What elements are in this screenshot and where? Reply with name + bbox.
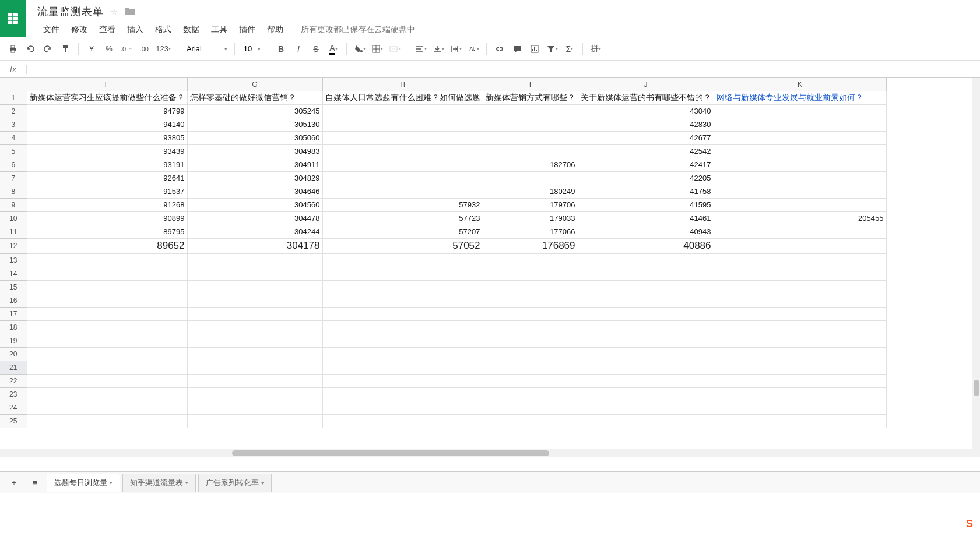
cell-H14[interactable] [322,267,483,280]
cell-H17[interactable] [322,307,483,320]
cell-F18[interactable] [27,320,187,334]
menu-data[interactable]: 数据 [177,22,205,37]
cell-K3[interactable] [714,118,886,131]
row-header-7[interactable]: 7 [0,171,27,185]
text-color-button[interactable]: A [325,41,342,57]
strikethrough-button[interactable]: S [308,41,324,57]
cell-F11[interactable]: 89795 [27,225,187,238]
row-header-11[interactable]: 11 [0,225,27,238]
row-header-16[interactable]: 16 [0,294,27,307]
cell-F25[interactable] [27,414,187,428]
row-header-13[interactable]: 13 [0,253,27,267]
sheets-logo[interactable] [0,0,26,37]
cell-J20[interactable] [578,347,714,361]
folder-icon[interactable] [125,7,135,17]
star-icon[interactable]: ☆ [111,8,118,16]
decrease-decimal-button[interactable]: .0 ← [118,41,135,57]
italic-button[interactable]: I [290,41,307,57]
cell-K2[interactable] [714,104,886,118]
cell-J17[interactable] [578,307,714,320]
cell-F2[interactable]: 94799 [27,104,187,118]
horizontal-scrollbar[interactable] [0,449,980,457]
cell-F1[interactable]: 新媒体运营实习生应该提前做些什么准备？ [27,91,187,104]
row-header-6[interactable]: 6 [0,158,27,171]
cell-H9[interactable]: 57932 [322,198,483,211]
cell-G18[interactable] [187,320,322,334]
col-header-I[interactable]: I [483,78,578,91]
cell-J10[interactable]: 41461 [578,211,714,225]
cell-J1[interactable]: 关于新媒体运营的书有哪些不错的？ [578,91,714,104]
font-name-select[interactable] [183,41,230,57]
cell-K9[interactable] [714,198,886,211]
cell-G8[interactable]: 304646 [187,185,322,198]
cell-J7[interactable]: 42205 [578,171,714,185]
undo-button[interactable] [22,41,38,57]
menu-format[interactable]: 格式 [149,22,177,37]
cell-J19[interactable] [578,334,714,347]
cell-I12[interactable]: 176869 [483,238,578,253]
all-sheets-button[interactable]: ≡ [26,475,44,491]
cell-F20[interactable] [27,347,187,361]
cell-F24[interactable] [27,401,187,414]
vertical-scrollbar[interactable] [972,78,980,449]
cell-G21[interactable] [187,361,322,374]
cell-K10[interactable]: 205455 [714,211,886,225]
font-size-select[interactable] [240,41,263,57]
cell-G2[interactable]: 305245 [187,104,322,118]
cell-I18[interactable] [483,320,578,334]
cell-I8[interactable]: 180249 [483,185,578,198]
cell-K8[interactable] [714,185,886,198]
cell-J9[interactable]: 41595 [578,198,714,211]
formula-input[interactable] [27,61,980,77]
cell-F4[interactable]: 93805 [27,131,187,144]
row-header-1[interactable]: 1 [0,91,27,104]
menu-insert[interactable]: 插入 [121,22,149,37]
cell-F7[interactable]: 92641 [27,171,187,185]
cell-I19[interactable] [483,334,578,347]
row-header-20[interactable]: 20 [0,347,27,361]
fill-color-button[interactable] [352,41,368,57]
cell-K1[interactable]: 网络与新媒体专业发展与就业前景如何？ [714,91,886,104]
row-header-15[interactable]: 15 [0,280,27,294]
cell-K11[interactable] [714,225,886,238]
cell-G13[interactable] [187,253,322,267]
cell-H10[interactable]: 57723 [322,211,483,225]
cell-H3[interactable] [322,118,483,131]
menu-addons[interactable]: 插件 [233,22,261,37]
cell-F16[interactable] [27,294,187,307]
row-header-3[interactable]: 3 [0,118,27,131]
cell-H11[interactable]: 57207 [322,225,483,238]
paint-format-button[interactable] [57,41,73,57]
row-header-24[interactable]: 24 [0,401,27,414]
row-header-18[interactable]: 18 [0,320,27,334]
cell-J3[interactable]: 42830 [578,118,714,131]
cell-K20[interactable] [714,347,886,361]
row-header-2[interactable]: 2 [0,104,27,118]
cell-J15[interactable] [578,280,714,294]
document-title[interactable]: 流量监测表单 [37,5,104,19]
horizontal-align-button[interactable] [413,41,429,57]
row-header-21[interactable]: 21 [0,361,27,374]
cell-I20[interactable] [483,347,578,361]
cell-I24[interactable] [483,401,578,414]
cell-H6[interactable] [322,158,483,171]
row-header-10[interactable]: 10 [0,211,27,225]
sheet-tab-1[interactable]: 知乎渠道流量表▾ [122,474,196,492]
cell-J2[interactable]: 43040 [578,104,714,118]
cell-G17[interactable] [187,307,322,320]
percent-button[interactable]: % [101,41,117,57]
cell-H4[interactable] [322,131,483,144]
cell-K14[interactable] [714,267,886,280]
insert-chart-button[interactable] [526,41,543,57]
cell-G7[interactable]: 304829 [187,171,322,185]
cell-J6[interactable]: 42417 [578,158,714,171]
cell-G25[interactable] [187,414,322,428]
col-header-K[interactable]: K [714,78,886,91]
cell-G22[interactable] [187,374,322,387]
cell-F22[interactable] [27,374,187,387]
menu-file[interactable]: 文件 [37,22,65,37]
cell-J13[interactable] [578,253,714,267]
cell-K4[interactable] [714,131,886,144]
cell-F19[interactable] [27,334,187,347]
cell-I23[interactable] [483,387,578,401]
